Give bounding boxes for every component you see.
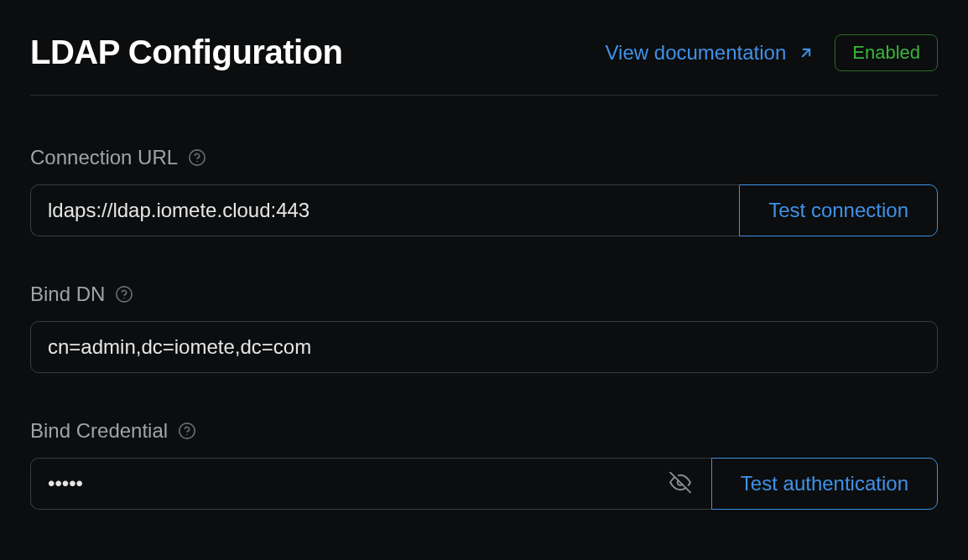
external-link-icon bbox=[798, 44, 814, 61]
bind-dn-group: Bind DN bbox=[30, 283, 938, 373]
test-connection-button[interactable]: Test connection bbox=[739, 184, 938, 236]
connection-url-input[interactable] bbox=[30, 184, 739, 236]
eye-off-icon bbox=[669, 472, 691, 496]
doc-link-label: View documentation bbox=[606, 41, 787, 65]
connection-url-input-row: Test connection bbox=[30, 184, 938, 236]
svg-point-5 bbox=[180, 423, 195, 438]
page-header: LDAP Configuration View documentation En… bbox=[30, 34, 938, 96]
password-wrapper bbox=[30, 458, 711, 510]
svg-line-0 bbox=[803, 49, 809, 55]
help-icon[interactable] bbox=[188, 148, 206, 167]
bind-dn-input-row bbox=[30, 321, 938, 373]
bind-dn-label-row: Bind DN bbox=[30, 283, 938, 306]
svg-point-1 bbox=[190, 150, 205, 165]
bind-credential-input-row: Test authentication bbox=[30, 458, 938, 510]
header-actions: View documentation Enabled bbox=[606, 34, 938, 71]
page-title: LDAP Configuration bbox=[30, 34, 342, 71]
help-icon[interactable] bbox=[178, 422, 196, 440]
toggle-visibility-button[interactable] bbox=[666, 469, 695, 500]
connection-url-label-row: Connection URL bbox=[30, 146, 938, 169]
svg-point-3 bbox=[117, 287, 132, 302]
view-documentation-link[interactable]: View documentation bbox=[606, 41, 815, 65]
test-authentication-button[interactable]: Test authentication bbox=[711, 458, 938, 510]
connection-url-group: Connection URL Test connection bbox=[30, 146, 938, 236]
bind-credential-label-row: Bind Credential bbox=[30, 419, 938, 443]
bind-credential-group: Bind Credential bbox=[30, 419, 938, 510]
bind-credential-label: Bind Credential bbox=[30, 419, 168, 443]
ldap-form: Connection URL Test connection Bind DN bbox=[30, 146, 938, 510]
status-badge: Enabled bbox=[835, 34, 938, 71]
help-icon[interactable] bbox=[115, 285, 133, 303]
bind-dn-input[interactable] bbox=[30, 321, 938, 373]
bind-dn-label: Bind DN bbox=[30, 283, 105, 306]
connection-url-label: Connection URL bbox=[30, 146, 178, 169]
bind-credential-input[interactable] bbox=[30, 458, 711, 510]
